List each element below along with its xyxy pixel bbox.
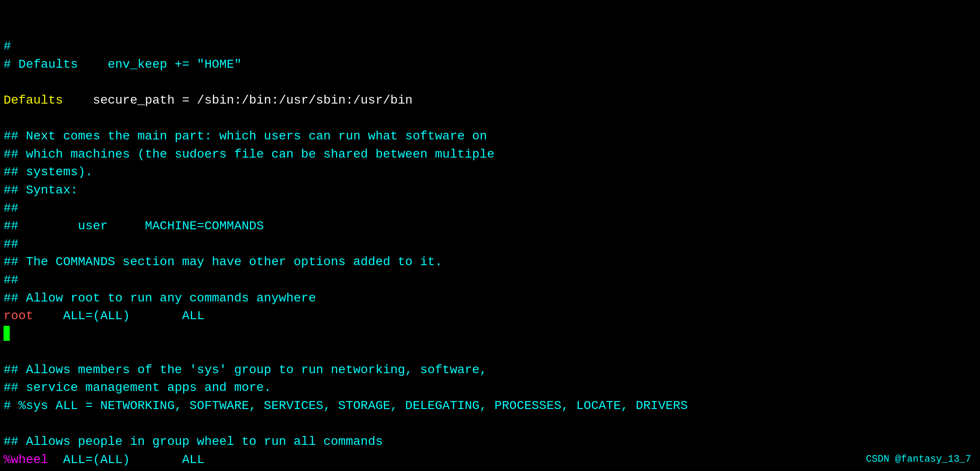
watermark-label: CSDN @fantasy_13_7	[866, 452, 971, 467]
code-line: ## Allow root to run any commands anywhe…	[4, 290, 976, 308]
code-line	[4, 469, 976, 471]
code-editor[interactable]: ## Defaults env_keep += "HOME" Defaults …	[0, 0, 980, 471]
code-line: ##	[4, 271, 976, 290]
code-line: # Defaults env_keep += "HOME"	[4, 56, 976, 74]
code-line	[4, 343, 976, 361]
code-line: root ALL=(ALL) ALL	[4, 307, 976, 325]
code-line	[4, 415, 976, 433]
code-line: ## Allows people in group wheel to run a…	[4, 433, 976, 451]
code-line: ## systems).	[4, 163, 976, 181]
code-line	[4, 325, 976, 344]
code-line: #	[4, 38, 976, 56]
code-line: ##	[4, 200, 976, 218]
code-line: ## service management apps and more.	[4, 379, 976, 397]
code-line: Defaults secure_path = /sbin:/bin:/usr/s…	[4, 92, 976, 110]
text-cursor	[4, 326, 10, 341]
code-line: ## Syntax:	[4, 181, 976, 200]
code-line	[4, 110, 976, 128]
code-line: # %sys ALL = NETWORKING, SOFTWARE, SERVI…	[4, 397, 976, 415]
code-line: ## Next comes the main part: which users…	[4, 127, 976, 146]
code-line: ## The COMMANDS section may have other o…	[4, 253, 976, 271]
code-line	[4, 73, 976, 92]
code-line: ##	[4, 236, 976, 254]
code-line: ## user MACHINE=COMMANDS	[4, 217, 976, 236]
code-line: %wheel ALL=(ALL) ALL	[4, 451, 976, 469]
code-line: ## Allows members of the 'sys' group to …	[4, 361, 976, 379]
code-line: ## which machines (the sudoers file can …	[4, 146, 976, 164]
